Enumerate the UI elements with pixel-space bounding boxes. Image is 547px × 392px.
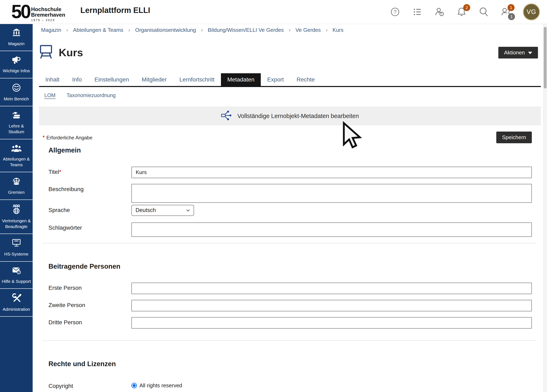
sidebar-item-magazin[interactable]: Magazin <box>0 24 33 51</box>
form-row-sprache: Sprache Deutsch <box>39 205 541 216</box>
search-icon[interactable] <box>479 7 489 17</box>
contacts-badge-bottom: 1 <box>508 13 515 20</box>
schlagwoerter-input[interactable] <box>131 223 532 237</box>
user-avatar[interactable]: VG <box>523 3 540 20</box>
online-status-icon[interactable]: ! <box>434 7 445 17</box>
sidebar-item-label: Hilfe & Support <box>2 278 31 284</box>
password-glyph: *** <box>14 239 18 244</box>
chevron-down-icon <box>186 209 190 212</box>
logo-name-line1: Hochschule <box>31 7 65 12</box>
sidebar-item-wichtige-infos[interactable]: Wichtige Infos <box>0 51 33 78</box>
metadata-nodes-icon <box>221 110 232 122</box>
sidebar-item-label: Mein Bereich <box>4 96 29 102</box>
subtab-bar: LOM Taxonomiezuordnung <box>39 92 541 98</box>
tab-inhalt[interactable]: Inhalt <box>39 73 66 86</box>
scrollbar-thumb[interactable] <box>544 27 547 88</box>
tab-info[interactable]: Info <box>66 73 88 86</box>
beschreibung-label: Beschreibung <box>48 184 131 193</box>
breadcrumb-separator: › <box>326 27 328 33</box>
breadcrumb-item[interactable]: Abteilungen & Teams <box>73 27 123 33</box>
sprache-select[interactable]: Deutsch <box>131 205 194 216</box>
breadcrumb-separator: › <box>289 27 291 33</box>
tab-lernfortschritt[interactable]: Lernfortschritt <box>173 73 221 86</box>
bank-icon <box>11 28 21 38</box>
contacts-icon[interactable]: 1 1 <box>501 7 511 17</box>
zweite-person-label: Zweite Person <box>48 300 131 309</box>
form-row-titel: Titel* <box>39 167 541 178</box>
page-title: Kurs <box>59 46 83 59</box>
tab-einstellungen[interactable]: Einstellungen <box>88 73 135 86</box>
subtab-taxonomiezuordnung[interactable]: Taxonomiezuordnung <box>67 92 116 98</box>
actions-button-label: Aktionen <box>504 49 525 56</box>
section-divider <box>42 340 536 341</box>
breadcrumb-item[interactable]: Magazin <box>41 27 61 33</box>
edit-full-metadata-banner[interactable]: Vollständige Lernobjekt-Metadaten bearbe… <box>39 107 541 125</box>
required-note: *Erforderliche Angabe <box>39 134 92 141</box>
breadcrumb-item-current[interactable]: Kurs <box>332 27 343 33</box>
course-icon <box>39 45 53 61</box>
sidebar-item-gremien[interactable]: Gremien <box>0 172 33 200</box>
titel-required-star: * <box>59 169 62 175</box>
titel-input[interactable] <box>131 167 532 178</box>
tab-mitglieder[interactable]: Mitglieder <box>135 73 173 86</box>
smiley-icon <box>11 82 21 94</box>
sidebar-item-vertretungen[interactable]: Vertretungen & Beauftragte <box>0 200 33 234</box>
logo-years: 1975 – 2025 <box>31 18 65 22</box>
help-glyph: ? <box>394 9 397 15</box>
schlagwoerter-label: Schlagwörter <box>48 223 131 231</box>
dritte-person-label: Dritte Person <box>48 317 131 326</box>
subtab-lom[interactable]: LOM <box>44 92 55 98</box>
form-row-schlagwoerter: Schlagwörter <box>39 223 541 237</box>
erste-person-input[interactable] <box>131 283 532 294</box>
sidebar-item-administration[interactable]: Administration <box>0 289 33 317</box>
help-icon[interactable]: ? <box>390 7 400 17</box>
dritte-person-input[interactable] <box>131 317 532 329</box>
sidebar-item-label: Magazin <box>8 41 24 47</box>
sidebar-item-hs-systeme[interactable]: *** HS-Systeme <box>0 234 33 262</box>
copyright-option-label: All rights reserved <box>139 382 182 389</box>
tab-metadaten[interactable]: Metadaten <box>221 73 261 86</box>
top-header: 50 Hochschule Bremerhaven 1975 – 2025 Le… <box>0 0 547 24</box>
caret-down-icon <box>528 52 532 54</box>
sidebar-item-hilfe-support[interactable]: ? Hilfe & Support <box>0 262 33 289</box>
sidebar-item-abteilungen-teams[interactable]: Abteilungen & Teams <box>0 139 33 172</box>
copyright-label: Copyright <box>48 381 131 389</box>
sidebar-item-mein-bereich[interactable]: Mein Bereich <box>0 78 33 106</box>
form-row-erste-person: Erste Person <box>39 283 541 294</box>
save-button[interactable]: Speichern <box>496 132 532 143</box>
people-group-icon <box>11 143 22 154</box>
form-row-dritte-person: Dritte Person <box>39 317 541 329</box>
breadcrumb-item[interactable]: Bildung/Wissen/ELLI Ve Gerdes <box>208 27 284 33</box>
section-divider <box>42 243 536 243</box>
sidebar-item-label: Gremien <box>8 189 25 195</box>
hochschule-bremerhaven-logo: 50 Hochschule Bremerhaven 1975 – 2025 <box>11 2 65 22</box>
zweite-person-input[interactable] <box>131 300 532 311</box>
sprache-label: Sprache <box>48 205 131 213</box>
breadcrumb-separator: › <box>128 27 130 33</box>
breadcrumb-item[interactable]: Ve Gerdes <box>295 27 321 33</box>
form-row-beschreibung: Beschreibung <box>39 184 541 203</box>
tab-rechte[interactable]: Rechte <box>290 73 321 86</box>
copyright-radio-selected[interactable] <box>131 383 137 388</box>
mail-question-icon: ? <box>11 266 22 276</box>
main-menu-list-icon[interactable] <box>412 7 423 17</box>
breadcrumb-item[interactable]: Organisationsentwicklung <box>135 27 196 33</box>
scrollbar-track[interactable] <box>543 24 547 392</box>
form-toolbar: *Erforderliche Angabe Speichern <box>39 132 541 143</box>
beschreibung-textarea[interactable] <box>131 184 532 203</box>
notifications-bell-icon[interactable]: 2 <box>456 7 467 17</box>
form-row-copyright: Copyright All rights reserved <box>39 381 541 389</box>
tab-export[interactable]: Export <box>261 73 290 86</box>
monitor-password-icon: *** <box>11 238 22 249</box>
header-toolbar: ? ! <box>390 3 540 20</box>
tab-bar: Inhalt Info Einstellungen Mitglieder Ler… <box>39 73 541 87</box>
form-row-zweite-person: Zweite Person <box>39 300 541 311</box>
sidebar-item-label: Administration <box>3 306 30 312</box>
main-content: Kurs Aktionen Inhalt Info Einstellungen … <box>39 36 541 389</box>
actions-button[interactable]: Aktionen <box>498 47 538 59</box>
sidebar-item-label: HS-Systeme <box>4 251 28 257</box>
alert-glyph: ! <box>441 12 442 16</box>
app-title: Lernplattform ELLI <box>81 6 150 15</box>
logo-50: 50 <box>11 3 30 20</box>
sidebar-item-lehre-studium[interactable]: Lehre & Studium <box>0 106 33 139</box>
